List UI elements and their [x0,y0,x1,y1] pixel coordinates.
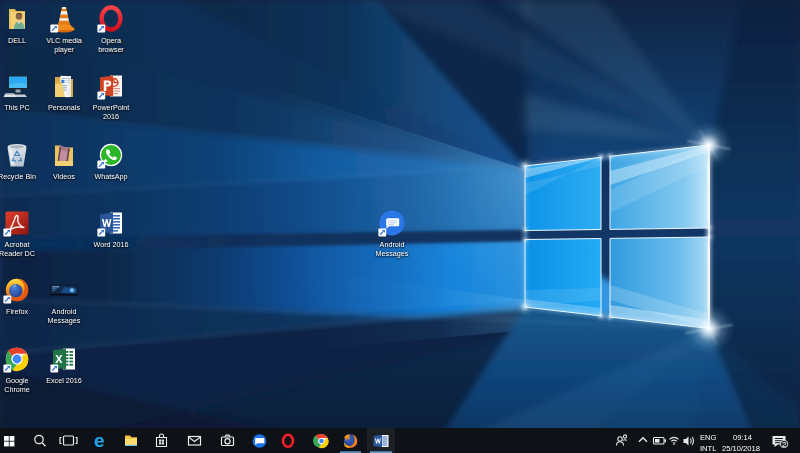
svg-text:25/10/2018: 25/10/2018 [722,444,760,453]
svg-text:09:14: 09:14 [733,433,752,442]
svg-text:INTL: INTL [700,444,716,453]
svg-text:ENG: ENG [700,433,717,442]
svg-text:e: e [94,430,105,451]
svg-text:2: 2 [782,440,786,449]
